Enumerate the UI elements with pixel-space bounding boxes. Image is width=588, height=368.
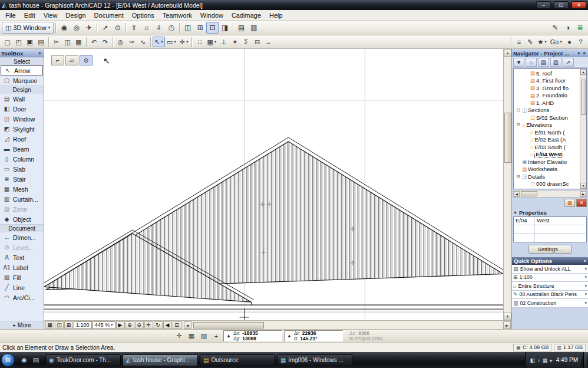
menu-window[interactable]: Window [196,11,227,20]
report-icon[interactable]: ≣ [574,22,586,34]
quick-launch-folder-icon[interactable]: ▤ [31,355,41,366]
scale-selector[interactable]: 1:100 [74,321,92,329]
elevation-drawing[interactable]: ⌐ ▱ ⊙ ↖ [44,49,503,320]
tool-skylight[interactable]: ◩Skylight [0,124,44,134]
section-tool-icon[interactable]: ⌐ [51,55,64,65]
coords-mode-icon[interactable]: ▲ [287,333,292,339]
gravity-icon[interactable]: ⊥ [218,37,229,47]
tool-object[interactable]: ◆Object [0,214,44,224]
scroll-down-icon[interactable]: ▼ [504,313,511,320]
tool-zone[interactable]: ▨Zone [0,204,44,214]
tree-item-e02-east[interactable]: ⌂E/02 East (A [514,136,580,144]
story-up-icon[interactable]: ⇧ [128,22,140,34]
property-row[interactable] [514,225,586,234]
toolbox-section-more[interactable]: ► More [0,321,44,329]
taskbar-item-outsource[interactable]: ▤ Outsource [200,354,275,366]
navigator-palette-icon[interactable]: ▤ [235,22,247,34]
save-icon[interactable]: ▣ [24,37,35,47]
collapse-icon[interactable]: ⊟ [516,107,521,113]
taskbar-clock[interactable]: 4:49 PM [556,357,578,363]
explore-model-icon[interactable]: ◎ [70,22,82,34]
tree-item-details[interactable]: ⊟◳Details [514,173,580,180]
quick-option-scale[interactable]: ⊞ 1:100 ▾ [512,274,588,282]
tree-item-000-drawnsc[interactable]: ▢000 drawnSc [514,180,580,188]
new-3d-window-icon[interactable]: ◫ [181,22,194,34]
publisher-icon[interactable]: ⇗ [563,58,574,67]
story-down-icon[interactable]: ⇩ [153,22,165,34]
close-palette-icon[interactable]: ✕ [576,199,587,207]
horizontal-scrollbar[interactable]: ◀ ▶ [183,321,511,329]
tree-item-elevations[interactable]: ⊟⌂Elevations [514,121,580,129]
show-desktop-button[interactable] [583,352,587,368]
quick-layers-icon[interactable]: ≡ [513,37,524,47]
open-file-icon[interactable]: ◰ [13,37,24,47]
magic-wand-icon[interactable]: ✶ [229,37,240,47]
orbit-icon[interactable]: ◉ [58,22,70,34]
menu-help[interactable]: Help [265,11,287,20]
markup-tools-icon[interactable]: ✎ [549,22,561,34]
tool-wall[interactable]: ▤Wall [0,94,44,104]
taskbar-item-img006[interactable]: ▦ img006 - Windows ... [277,354,352,366]
scroll-down-icon[interactable]: ▼ [580,183,586,189]
tree-item-story-foundation[interactable]: ▤2. Foundatio [514,92,580,100]
split-view-icon[interactable]: ◫ [55,321,64,329]
tile-windows-icon[interactable]: ⊞ [194,22,206,34]
tool-stair[interactable]: ≣Stair [0,174,44,184]
pen-sets-icon[interactable]: ✎ [524,37,536,47]
vertical-scrollbar[interactable]: ▲ ▼ [503,49,511,320]
menu-document[interactable]: Document [90,11,128,20]
menu-edit[interactable]: Edit [20,11,39,20]
tray-volume-icon[interactable]: ♪ [537,357,540,363]
palette-menu-icon[interactable]: ▾ [577,51,580,56]
measure-icon[interactable]: ↔ [263,37,274,47]
chevrons-icon[interactable]: « [584,258,586,264]
marquee-mode-icon[interactable]: ▭ ▾ [165,37,178,47]
scroll-left-icon[interactable]: ◀ [184,321,191,329]
tree-item-e03-south[interactable]: ⌂E/03 South ( [514,143,580,151]
tool-arrow[interactable]: ↖ Arrow [1,65,43,75]
apply-zoom-icon[interactable]: ▶ [116,321,125,329]
tree-scroll-thumb[interactable] [581,80,586,115]
quick-option-model-view[interactable]: ▥ 02 Construction ▾ [512,299,588,308]
tree-vertical-scrollbar[interactable]: ▲ ▼ [580,69,586,189]
quick-option-structure-display[interactable]: ⌂ Entire Structure ▾ [512,282,588,291]
orbit-icon[interactable]: ↻ [154,321,163,329]
walk-mode-icon[interactable]: ↗ [99,22,111,34]
tree-item-worksheets[interactable]: ▤Worksheets [514,166,580,173]
tool-line[interactable]: ╱Line [0,282,44,293]
close-button[interactable]: ✕ [572,1,586,9]
tool-curtain-wall[interactable]: ▥Curtain... [0,194,44,204]
web-icon[interactable]: ● [564,37,575,47]
collapse-icon[interactable]: ⊟ [516,122,521,127]
cut-icon[interactable]: ✂ [51,37,62,47]
redo-icon[interactable]: ↷ [100,37,111,47]
menu-design[interactable]: Design [61,11,90,20]
grid-display-icon[interactable]: ∷ [194,37,205,47]
calculate-icon[interactable]: Σ [240,37,252,47]
menu-cadimage[interactable]: Cadimage [227,11,265,20]
tool-label[interactable]: A1Label [0,262,44,272]
previous-view-icon[interactable]: ◀ [163,321,172,329]
undo-icon[interactable]: ↶ [88,37,100,47]
paste-icon[interactable]: ▦ [73,37,84,47]
vertical-scroll-thumb[interactable] [504,113,511,163]
tool-text[interactable]: AText [0,252,44,262]
property-row[interactable] [514,234,586,242]
quick-options-title-bar[interactable]: Quick Options « [512,257,588,265]
increase-zoom-icon[interactable]: ⊕ [125,321,134,329]
quick-launch-browser-icon[interactable]: ◉ [19,355,29,366]
tool-level-dimension[interactable]: ⊘Level... [0,242,44,252]
fit-in-window-icon[interactable]: ⊡ [173,321,181,329]
add-icon[interactable]: + [211,331,222,341]
menu-teamwork[interactable]: Teamwork [158,11,196,20]
tracker-icon[interactable]: ✛ [174,331,184,341]
menu-options[interactable]: Options [128,11,158,20]
rotate-view-icon[interactable]: ◷ [165,22,177,34]
pages-overview-icon[interactable]: ▦ [45,321,54,329]
settings-button[interactable]: Settings... [528,245,571,254]
home-story-icon[interactable]: ⌂ [140,22,153,34]
collapse-icon[interactable]: ⊟ [516,174,521,179]
favorites-icon[interactable]: ★ ▾ [536,37,548,47]
tool-arc-circle[interactable]: ◠Arc/Ci... [0,293,44,303]
restore-button[interactable]: ◱ [554,1,569,9]
